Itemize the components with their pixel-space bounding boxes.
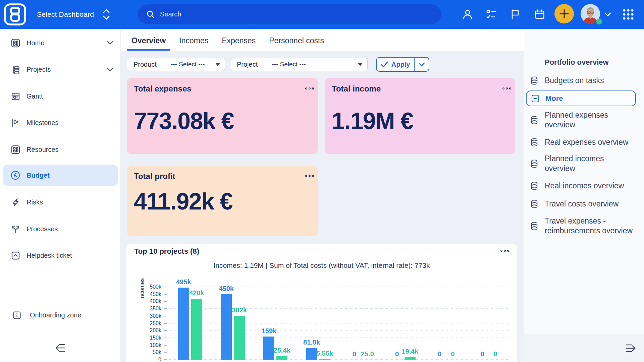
y-tick-mark — [164, 345, 167, 346]
tab-label: Personnel costs — [269, 36, 324, 45]
bar-value-label: 0 — [395, 350, 399, 358]
tab-personnel-costs[interactable]: Personnel costs — [264, 29, 329, 51]
bar-total-costs — [319, 359, 330, 360]
sidebar-item-resources[interactable]: Resources — [3, 139, 118, 160]
tab-overview[interactable]: Overview — [127, 29, 170, 51]
quick-add-button[interactable] — [554, 4, 574, 23]
y-tick-mark — [164, 294, 167, 295]
bar-value-label: 0 — [353, 350, 356, 358]
sort-chevrons-icon — [102, 8, 111, 20]
collapse-left-icon — [55, 344, 66, 352]
sidebar-item-budget[interactable]: €Budget — [3, 165, 118, 186]
card-title: Total income — [332, 84, 381, 94]
bar-value-label: 159k — [262, 327, 277, 335]
apply-button[interactable]: Apply — [377, 58, 415, 71]
kpi-card-total-profit: Total profit411.92k € — [127, 166, 318, 236]
right-panel-item-budgets-on-tasks[interactable]: Budgets on tasks — [527, 72, 641, 89]
dashboard-selector[interactable]: Select Dashboard — [37, 0, 111, 29]
right-panel-collapse-button[interactable] — [621, 340, 641, 357]
bar-total-costs — [191, 299, 202, 360]
card-menu-button[interactable] — [305, 87, 314, 89]
y-tick-label: 500k — [141, 284, 161, 290]
sidebar-collapse-button[interactable] — [50, 339, 70, 357]
split-icon — [10, 224, 20, 234]
sidebar-item-home[interactable]: Home — [3, 32, 118, 54]
bar-incomes — [178, 288, 189, 360]
card-menu-button[interactable] — [305, 175, 314, 177]
user-avatar[interactable] — [581, 4, 600, 23]
calendar-button[interactable] — [530, 0, 549, 29]
right-panel-item-real-incomes-overview[interactable]: Real incomes overview — [527, 178, 641, 194]
calendar-icon — [534, 9, 545, 20]
sidebar-item-label: Processes — [26, 225, 58, 233]
right-panel-item-label: Travel costs overview — [545, 199, 619, 209]
right-panel-item-label: Real expenses overview — [545, 137, 628, 147]
more-button-label: More — [545, 94, 563, 103]
sidebar-item-gantt[interactable]: Gantt — [3, 85, 118, 107]
y-tick-label: 0 — [141, 357, 161, 362]
coins-icon — [530, 76, 538, 85]
product-filter: Product --- Select --- — [127, 58, 225, 71]
search-input[interactable]: Search — [138, 4, 441, 24]
bar-chart: 050k100k150k200k250k300k350k400k450k500k… — [126, 244, 517, 362]
sidebar-item-projects[interactable]: Projects — [3, 59, 118, 80]
apply-options-button[interactable] — [415, 58, 429, 71]
bar-value-label: 0 — [451, 350, 454, 358]
collapse-minus-icon — [531, 95, 539, 103]
chevron-down-icon — [107, 41, 113, 45]
project-filter-label: Project — [230, 58, 264, 71]
right-panel-item-travel-costs-overview[interactable]: Travel costs overview — [527, 196, 641, 212]
bar-total-costs — [234, 316, 245, 360]
sidebar-item-label: Risks — [26, 198, 43, 206]
projects-icon — [10, 64, 20, 74]
bar-value-label: 5.55k — [316, 350, 333, 357]
apps-menu-button[interactable] — [618, 0, 639, 29]
sidebar-item-label: Helpdesk ticket — [26, 252, 72, 259]
sidebar-item-risks[interactable]: Risks — [3, 191, 118, 213]
sidebar-item-label: Resources — [26, 146, 59, 154]
bar-value-label: 0 — [493, 350, 497, 358]
more-button[interactable]: More — [526, 90, 636, 106]
kpi-card-total-expenses: Total expenses773.08k € — [127, 78, 318, 154]
card-menu-button[interactable] — [502, 87, 511, 89]
search-placeholder: Search — [160, 10, 181, 18]
sidebar-item-onboarding-zone[interactable]: Onboarding zone — [3, 304, 118, 326]
sidebar-item-label: Home — [26, 39, 44, 47]
bar-value-label: 420k — [189, 289, 204, 297]
sidebar-item-milestones[interactable]: Milestones — [3, 112, 118, 133]
product-filter-label: Product — [127, 58, 163, 71]
sidebar-item-label: Gantt — [26, 93, 43, 100]
online-status-dot — [596, 19, 602, 24]
tab-label: Overview — [131, 36, 166, 45]
user-directory-button[interactable] — [458, 0, 477, 29]
sidebar-item-processes[interactable]: Processes — [3, 218, 118, 240]
tab-expenses[interactable]: Expenses — [217, 29, 260, 51]
apply-button-group: Apply — [376, 57, 429, 72]
right-panel-item-travel-expenses-reimbursements-overview[interactable]: Travel expenses - reimbursements overvie… — [527, 213, 641, 239]
brand-logo[interactable] — [4, 3, 26, 25]
gridline — [169, 352, 511, 352]
project-filter-value: --- Select --- — [272, 61, 306, 68]
y-tick-mark — [164, 359, 167, 360]
sidebar-item-helpdesk-ticket[interactable]: Helpdesk ticket — [3, 245, 118, 266]
coins-icon — [530, 116, 538, 125]
bar-value-label: 19.4k — [401, 348, 418, 355]
y-tick-mark — [164, 323, 167, 324]
sidebar-item-label: Projects — [26, 66, 51, 73]
flags-button[interactable] — [506, 0, 525, 29]
svg-text:€: € — [14, 172, 17, 178]
card-value: 411.92k € — [134, 188, 232, 215]
user-menu-chevron[interactable] — [603, 0, 613, 29]
card-value: 1.19M € — [332, 108, 413, 134]
apply-button-label: Apply — [391, 61, 410, 68]
tab-incomes[interactable]: Incomes — [174, 29, 213, 51]
top-bar: Select Dashboard Search — [0, 0, 644, 29]
project-filter-select[interactable]: --- Select --- — [264, 58, 367, 71]
right-panel-item-planned-expenses-overview[interactable]: Planned expenses overview — [527, 107, 641, 133]
euro-circle-icon: € — [10, 170, 20, 180]
info-square-icon — [12, 310, 22, 320]
product-filter-select[interactable]: --- Select --- — [163, 58, 225, 71]
right-panel-item-real-expenses-overview[interactable]: Real expenses overview — [527, 134, 641, 150]
tasks-button[interactable] — [482, 0, 501, 29]
right-panel-item-planned-incomes-overview[interactable]: Planned incomes overview — [527, 150, 641, 177]
